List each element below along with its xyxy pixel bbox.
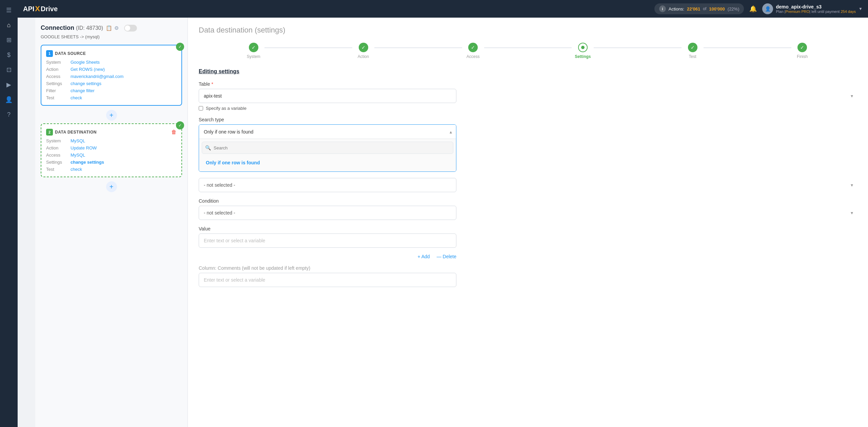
dest-settings-value[interactable]: change settings (71, 160, 104, 165)
user-avatar: 👤 (762, 3, 773, 14)
column-comments-input[interactable] (199, 273, 456, 287)
sidebar-play-icon[interactable]: ▶ (3, 79, 15, 91)
dest-action-value[interactable]: Update ROW (71, 145, 97, 150)
add-step-button-2[interactable]: + (106, 181, 117, 192)
step-access: ✓ Access (418, 43, 528, 59)
search-icon: 🔍 (205, 145, 211, 150)
source-settings-label: Settings (46, 81, 71, 86)
actions-badge: i Actions: 22'061 of 100'000 (22%) (654, 3, 744, 14)
table-required: * (211, 81, 213, 87)
source-system-label: System (46, 60, 71, 65)
table-form-group: Table * apix-test ▾ Specify as a variabl… (199, 81, 857, 111)
step-settings-circle (578, 43, 588, 52)
value-form-group: Value (199, 226, 857, 248)
step-test-label: Test (689, 54, 696, 59)
source-settings-value[interactable]: change settings (71, 81, 101, 86)
search-input[interactable] (202, 142, 453, 154)
dest-test-value[interactable]: check (71, 167, 82, 172)
bell-icon[interactable]: 🔔 (749, 5, 757, 13)
dest-system-value[interactable]: MySQL (71, 138, 85, 143)
source-system-value[interactable]: Google Sheets (71, 60, 100, 65)
sidebar-help-icon[interactable]: ? (3, 108, 15, 121)
table-select[interactable]: apix-test (199, 89, 456, 103)
dropdown-item-only-one[interactable]: Only if one row is found (202, 157, 453, 169)
user-info: 👤 demo_apix-drive_s3 Plan |Premium PRO| … (762, 3, 863, 14)
sidebar-user-icon[interactable]: 👤 (3, 94, 15, 106)
search-wrapper: 🔍 (202, 142, 453, 154)
source-action-row: Action Get ROWS (new) (46, 67, 177, 72)
dest-title: DATA DESTINATION (55, 130, 97, 135)
step-finish: ✓ Finish (747, 43, 857, 59)
not-selected-1-chevron-icon: ▾ (851, 182, 853, 188)
dest-check-icon: ✓ (176, 121, 184, 129)
actions-label: Actions: (669, 6, 684, 12)
main-container: Connection (ID: 48730) 📋 ⚙ GOOGLE SHEETS… (35, 18, 868, 427)
not-selected-1-select[interactable]: - not selected - (199, 178, 456, 192)
dest-settings-label: Settings (46, 160, 71, 165)
sidebar: ☰ ⌂ ⊞ $ ⊡ ▶ 👤 ? (0, 0, 18, 427)
sidebar-grid-icon[interactable]: ⊞ (3, 34, 15, 46)
connection-toggle[interactable] (124, 25, 137, 32)
condition-select[interactable]: - not selected - (199, 206, 456, 220)
actions-of: of (703, 6, 706, 11)
step-finish-label: Finish (797, 54, 808, 59)
logo-drive-text: Drive (41, 5, 58, 13)
dest-test-label: Test (46, 167, 71, 172)
dest-action-row: Action Update ROW (46, 145, 177, 150)
sidebar-dollar-icon[interactable]: $ (3, 49, 15, 61)
delete-link[interactable]: — Delete (437, 254, 456, 259)
dest-access-value[interactable]: MySQL (71, 152, 85, 158)
step-finish-circle: ✓ (797, 43, 807, 52)
source-settings-row: Settings change settings (46, 81, 177, 86)
user-chevron-icon[interactable]: ▼ (859, 6, 863, 11)
sidebar-home-icon[interactable]: ⌂ (3, 19, 15, 31)
specify-variable-label: Specify as a variable (206, 106, 246, 111)
data-dest-card: ✓ ✕ 2 DATA DESTINATION 🗑 System MySQL Ac… (41, 123, 182, 177)
dest-settings-row: Settings change settings (46, 160, 177, 165)
source-filter-value[interactable]: change filter (71, 88, 95, 93)
specify-variable-row: Specify as a variable (199, 106, 857, 111)
specify-variable-checkbox[interactable] (199, 106, 203, 110)
source-test-value[interactable]: check (71, 95, 82, 100)
search-type-trigger[interactable]: Only if one row is found ▴ (199, 125, 456, 139)
logo-api-text: API (23, 5, 34, 13)
info-icon: i (659, 5, 666, 12)
source-test-label: Test (46, 95, 71, 100)
copy-icon[interactable]: 📋 (106, 25, 112, 31)
value-label: Value (199, 226, 857, 231)
dest-test-row: Test check (46, 167, 177, 172)
source-access-value[interactable]: maverickandrii@gmail.com (71, 74, 123, 79)
step-access-label: Access (467, 54, 480, 59)
dest-trash-icon[interactable]: 🗑 (171, 129, 177, 135)
step-test-circle: ✓ (688, 43, 697, 52)
source-number: 1 (46, 50, 53, 57)
source-check-icon: ✓ (176, 43, 184, 51)
connection-title: Connection (ID: 48730) (41, 24, 103, 32)
sidebar-briefcase-icon[interactable]: ⊡ (3, 64, 15, 76)
step-action-circle: ✓ (359, 43, 368, 52)
logo-x-text: X (35, 4, 40, 13)
add-delete-row: + Add — Delete (199, 254, 456, 259)
step-system-circle: ✓ (249, 43, 258, 52)
table-label: Table * (199, 81, 857, 87)
condition-select-wrapper: - not selected - ▾ (199, 206, 857, 220)
sidebar-menu-icon[interactable]: ☰ (3, 4, 15, 16)
source-action-value[interactable]: Get ROWS (new) (71, 67, 105, 72)
add-link[interactable]: + Add (417, 254, 430, 259)
source-filter-row: Filter change filter (46, 88, 177, 93)
dest-action-label: Action (46, 145, 71, 150)
add-step-button[interactable]: + (106, 110, 117, 121)
user-plan: Plan |Premium PRO| left until payment 25… (776, 9, 856, 14)
dest-number: 2 (46, 129, 53, 136)
user-name: demo_apix-drive_s3 (776, 4, 856, 9)
actions-total: 100'000 (709, 6, 725, 12)
source-access-label: Access (46, 74, 71, 79)
step-settings-label: Settings (575, 54, 591, 59)
source-test-row: Test check (46, 95, 177, 100)
step-system: ✓ System (199, 43, 309, 59)
settings-icon[interactable]: ⚙ (114, 25, 119, 31)
value-input[interactable] (199, 233, 456, 248)
column-comments-label: Column: Comments (will not be updated if… (199, 265, 857, 271)
data-source-card: ✓ 1 DATA SOURCE System Google Sheets Act… (41, 45, 182, 106)
step-test: ✓ Test (638, 43, 748, 59)
